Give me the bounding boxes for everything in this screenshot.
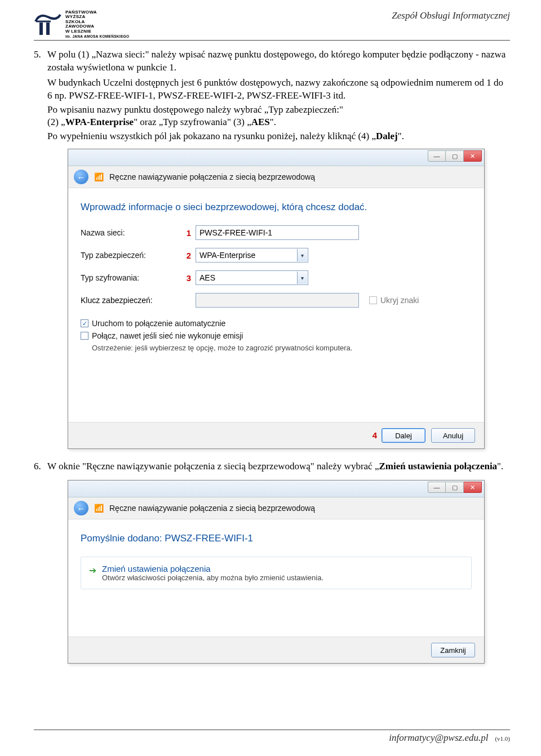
breadcrumb: ← 📶 Ręczne nawiązywanie połączenia z sie… xyxy=(68,166,484,188)
next-button[interactable]: Dalej xyxy=(382,428,425,443)
arrow-right-icon: ➔ xyxy=(89,565,96,576)
hide-chars-label: Ukryj znaki xyxy=(380,296,419,305)
breadcrumb-text: Ręczne nawiązywanie połączenia z siecią … xyxy=(109,504,315,513)
marker-2: 2 xyxy=(182,251,196,260)
step6-number: 6. xyxy=(34,460,44,474)
change-settings-link[interactable]: ➔ Zmień ustawienia połączenia Otwórz wła… xyxy=(81,557,472,589)
chevron-down-icon: ▾ xyxy=(297,249,307,261)
step6-p1: W oknie "Ręczne nawiązywanie połączenia … xyxy=(47,460,503,473)
step5-p2: W budynkach Uczelni dostępnych jest 6 pu… xyxy=(47,77,510,103)
back-button[interactable]: ← xyxy=(74,501,88,515)
svg-rect-1 xyxy=(46,23,50,35)
connect-hidden-checkbox[interactable] xyxy=(81,332,88,340)
marker-4: 4 xyxy=(373,430,377,440)
breadcrumb: ← 📶 Ręczne nawiązywanie połączenia z sie… xyxy=(68,497,484,519)
auto-connect-label: Uruchom to połączenie automatycznie xyxy=(92,319,225,328)
hide-chars-checkbox xyxy=(369,296,377,304)
label-encryption-type: Typ szyfrowania: xyxy=(81,273,182,282)
logo-text: PAŃSTWOWA WYŻSZA SZKOŁA ZAWODOWA W LESZN… xyxy=(65,10,129,39)
wireless-icon: 📶 xyxy=(94,504,104,513)
cancel-button[interactable]: Anuluj xyxy=(431,428,475,443)
dialog-success-added: — ▢ ✕ ← 📶 Ręczne nawiązywanie połączenia… xyxy=(68,480,485,664)
footer-email: informatycy@pwsz.edu.pl xyxy=(389,732,488,744)
wireless-icon: 📶 xyxy=(94,172,104,181)
chevron-down-icon: ▾ xyxy=(297,272,307,284)
change-settings-subtitle: Otwórz właściwości połączenia, aby można… xyxy=(102,573,323,582)
minimize-button[interactable]: — xyxy=(428,482,446,493)
close-button[interactable]: ✕ xyxy=(464,482,482,493)
page-footer: informatycy@pwsz.edu.pl (v1.0) xyxy=(34,730,510,744)
close-button[interactable]: ✕ xyxy=(464,150,482,162)
encryption-type-select[interactable]: ▾ xyxy=(196,270,308,285)
marker-1: 1 xyxy=(182,228,196,238)
security-key-input xyxy=(196,293,359,308)
maximize-button[interactable]: ▢ xyxy=(446,482,464,493)
minimize-button[interactable]: — xyxy=(428,150,446,162)
step5-number: 5. xyxy=(34,48,44,75)
step5-p4: Po wypełnieniu wszystkich pól jak pokaza… xyxy=(47,130,510,143)
step5-text: 5. W polu (1) „Nazwa sieci:" należy wpis… xyxy=(34,48,510,144)
svg-rect-0 xyxy=(39,23,43,35)
step5-p3: Po wpisaniu nazwy punktu dostępowego nal… xyxy=(47,104,510,130)
hidden-network-warning: Ostrzeżenie: jeśli wybierzesz tę opcję, … xyxy=(92,344,472,352)
back-button[interactable]: ← xyxy=(74,170,88,184)
label-security-key: Klucz zabezpieczeń: xyxy=(81,296,182,305)
security-type-select[interactable]: ▾ xyxy=(196,248,308,263)
titlebar: — ▢ ✕ xyxy=(68,481,484,497)
footer-version: (v1.0) xyxy=(495,735,510,742)
marker-3: 3 xyxy=(182,273,196,283)
network-name-input[interactable] xyxy=(196,225,359,240)
header-divider xyxy=(34,40,510,41)
dialog-heading: Pomyślnie dodano: PWSZ-FREE-WIFI-1 xyxy=(81,533,472,544)
dialog-manual-wireless: — ▢ ✕ ← 📶 Ręczne nawiązywanie połączenia… xyxy=(68,149,485,449)
header-department: Zespół Obsługi Informatycznej xyxy=(392,10,510,21)
close-dialog-button[interactable]: Zamknij xyxy=(431,643,475,657)
label-network-name: Nazwa sieci: xyxy=(81,228,182,237)
maximize-button[interactable]: ▢ xyxy=(446,150,464,162)
step5-p1: W polu (1) „Nazwa sieci:" należy wpisać … xyxy=(47,48,510,74)
change-settings-title: Zmień ustawienia połączenia xyxy=(102,564,323,573)
school-logo-icon xyxy=(34,10,62,38)
page-header: PAŃSTWOWA WYŻSZA SZKOŁA ZAWODOWA W LESZN… xyxy=(34,10,510,39)
titlebar: — ▢ ✕ xyxy=(68,149,484,166)
step6-text: 6. W oknie "Ręczne nawiązywanie połączen… xyxy=(34,460,510,474)
logo-block: PAŃSTWOWA WYŻSZA SZKOŁA ZAWODOWA W LESZN… xyxy=(34,10,129,39)
dialog-heading: Wprowadź informacje o sieci bezprzewodow… xyxy=(81,202,472,213)
auto-connect-checkbox[interactable] xyxy=(81,319,88,327)
connect-hidden-label: Połącz, nawet jeśli sieć nie wykonuje em… xyxy=(92,331,243,340)
label-security-type: Typ zabezpieczeń: xyxy=(81,251,182,260)
breadcrumb-text: Ręczne nawiązywanie połączenia z siecią … xyxy=(109,172,315,181)
